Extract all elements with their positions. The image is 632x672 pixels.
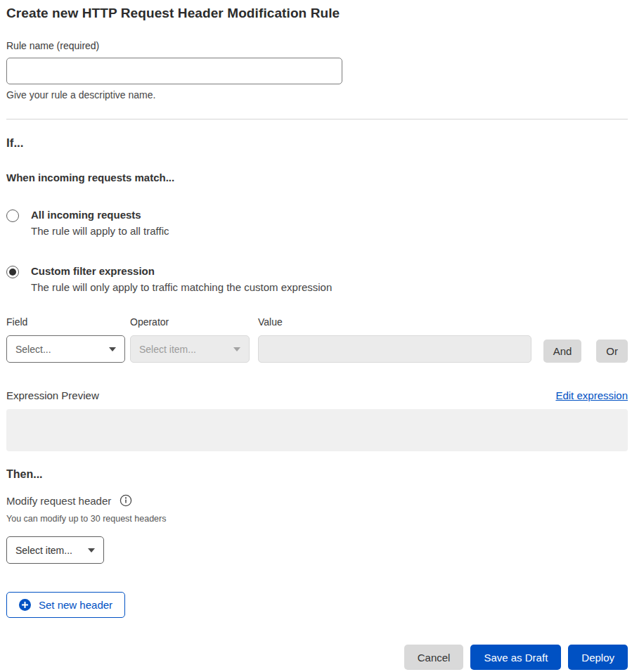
then-heading: Then... (6, 468, 628, 481)
cancel-button[interactable]: Cancel (404, 645, 464, 670)
set-new-header-label: Set new header (39, 599, 112, 611)
expression-preview-label: Expression Preview (6, 389, 99, 401)
if-heading: If... (6, 136, 628, 150)
create-rule-page: Create new HTTP Request Header Modificat… (0, 6, 632, 670)
footer-actions: Cancel Save as Draft Deploy (6, 619, 628, 670)
radio-label: All incoming requests (31, 209, 169, 221)
deploy-button[interactable]: Deploy (568, 645, 628, 670)
radio-description: The rule will only apply to traffic matc… (31, 281, 332, 293)
and-button[interactable]: And (543, 340, 582, 363)
set-new-header-button[interactable]: Set new header (6, 592, 125, 618)
chevron-down-icon (233, 347, 240, 351)
then-helper-text: You can modify up to 30 request headers (6, 514, 628, 524)
match-subheading: When incoming requests match... (6, 172, 628, 183)
radio-button-icon[interactable] (6, 266, 19, 278)
modify-request-header-label: Modify request header (6, 495, 111, 507)
save-as-draft-button[interactable]: Save as Draft (470, 645, 561, 670)
radio-button-icon[interactable] (6, 209, 19, 222)
header-action-select-value: Select item... (15, 545, 72, 556)
page-title: Create new HTTP Request Header Modificat… (6, 6, 628, 21)
expression-preview-box (6, 409, 628, 451)
field-select[interactable]: Select... (6, 335, 125, 363)
radio-label: Custom filter expression (31, 265, 332, 277)
radio-description: The rule will apply to all traffic (31, 225, 169, 237)
value-input (258, 335, 531, 363)
rule-name-label: Rule name (required) (6, 40, 628, 51)
value-label: Value (258, 316, 531, 328)
expression-builder-row: Field Select... Operator Select item... … (6, 316, 628, 363)
info-circle-icon[interactable] (120, 494, 132, 507)
section-divider (6, 119, 628, 119)
operator-label: Operator (130, 316, 250, 328)
edit-expression-link[interactable]: Edit expression (555, 389, 628, 401)
plus-circle-icon (19, 599, 31, 611)
or-button[interactable]: Or (596, 340, 628, 363)
field-select-value: Select... (15, 344, 51, 355)
radio-option-custom-filter-expression[interactable]: Custom filter expression The rule will o… (6, 265, 628, 293)
rule-name-helper: Give your rule a descriptive name. (6, 89, 628, 101)
chevron-down-icon (109, 347, 116, 351)
rule-name-input[interactable] (6, 58, 342, 84)
field-label: Field (6, 316, 125, 328)
radio-option-all-incoming-requests[interactable]: All incoming requests The rule will appl… (6, 209, 628, 237)
header-action-select[interactable]: Select item... (6, 536, 104, 564)
chevron-down-icon (88, 548, 95, 553)
operator-select-value: Select item... (139, 344, 196, 355)
operator-select: Select item... (130, 335, 250, 363)
